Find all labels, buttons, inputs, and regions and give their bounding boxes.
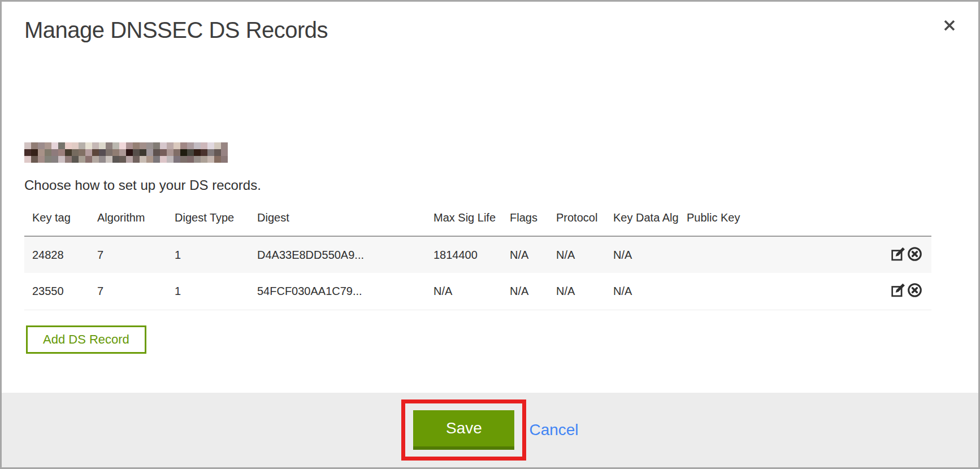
dialog-body: Manage DNSSEC DS Records Choose how to s… [2, 18, 978, 354]
column-header: Algorithm [89, 206, 167, 236]
column-header: Flags [502, 206, 548, 236]
table-cell: 7 [89, 273, 167, 310]
edit-record-button[interactable] [891, 246, 906, 263]
table-cell: 1 [167, 273, 249, 310]
table-cell: N/A [502, 273, 548, 310]
remove-icon [907, 291, 922, 299]
row-actions [881, 236, 931, 273]
actions-column-header [881, 206, 931, 236]
row-actions [881, 273, 931, 310]
table-row: 2482871D4A33E8DD550A9...1814400N/AN/AN/A [24, 236, 931, 273]
column-header: Key tag [24, 206, 89, 236]
delete-record-button[interactable] [907, 246, 922, 263]
table-cell [679, 273, 881, 310]
save-button[interactable]: Save [413, 410, 514, 450]
table-cell: 23550 [24, 273, 89, 310]
dialog-footer: Save Cancel [2, 393, 978, 467]
table-cell: 1814400 [426, 236, 502, 273]
setup-instruction-text: Choose how to set up your DS records. [24, 177, 956, 193]
table-cell: 1 [167, 236, 249, 273]
close-icon [941, 27, 958, 36]
table-cell: N/A [548, 236, 605, 273]
table-header-row: Key tagAlgorithmDigest TypeDigestMax Sig… [24, 206, 931, 236]
column-header: Digest Type [167, 206, 249, 236]
dnssec-dialog: { "dialog": { "title": "Manage DNSSEC DS… [0, 0, 980, 469]
table-cell: 7 [89, 236, 167, 273]
table-cell: 54FCF030AA1C79... [249, 273, 426, 310]
save-highlight-box: Save [401, 399, 526, 461]
table-cell: D4A33E8DD550A9... [249, 236, 426, 273]
ds-records-table: Key tagAlgorithmDigest TypeDigestMax Sig… [24, 206, 931, 310]
column-header: Max Sig Life [426, 206, 502, 236]
close-button[interactable] [939, 15, 960, 37]
table-cell: N/A [548, 273, 605, 310]
table-row: 235507154FCF030AA1C79...N/AN/AN/AN/A [24, 273, 931, 310]
edit-record-button[interactable] [891, 283, 906, 299]
table-cell: 24828 [24, 236, 89, 273]
table-cell: N/A [426, 273, 502, 310]
domain-name-redacted [24, 142, 228, 163]
delete-record-button[interactable] [907, 283, 922, 299]
column-header: Key Data Alg [605, 206, 679, 236]
edit-icon [891, 255, 906, 263]
column-header: Public Key [679, 206, 881, 236]
edit-icon [891, 291, 906, 299]
cancel-link[interactable]: Cancel [529, 421, 578, 439]
column-header: Protocol [548, 206, 605, 236]
add-ds-record-button[interactable]: Add DS Record [26, 325, 146, 354]
column-header: Digest [249, 206, 426, 236]
table-cell: N/A [502, 236, 548, 273]
table-cell: N/A [605, 273, 679, 310]
table-cell: N/A [605, 236, 679, 273]
table-cell [679, 236, 881, 273]
remove-icon [907, 255, 922, 263]
page-title: Manage DNSSEC DS Records [24, 18, 956, 43]
